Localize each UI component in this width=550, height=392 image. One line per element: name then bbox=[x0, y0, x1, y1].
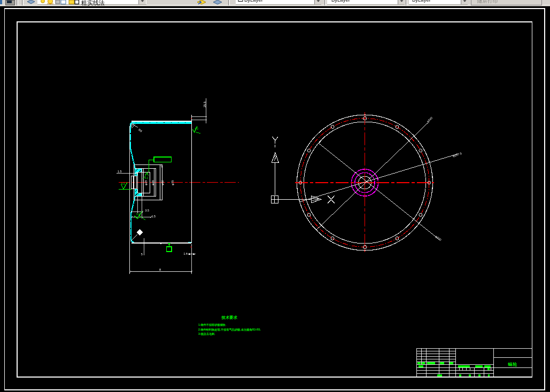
svg-text:1.5: 1.5 bbox=[118, 170, 122, 173]
svg-text:1.5: 1.5 bbox=[152, 215, 156, 218]
svg-text:φ6: φ6 bbox=[160, 164, 163, 168]
svg-text:2.铸件经时效处理.不得有气孔砂眼.未注圆角R3-R5.: 2.铸件经时效处理.不得有气孔砂眼.未注圆角R3-R5. bbox=[198, 328, 261, 332]
svg-text:φ25: φ25 bbox=[144, 181, 148, 185]
svg-text:技术要求: 技术要求 bbox=[221, 315, 238, 320]
svg-text:3.5: 3.5 bbox=[145, 209, 149, 212]
svg-text:6.3: 6.3 bbox=[195, 128, 199, 130]
svg-text:φ62: φ62 bbox=[161, 181, 164, 185]
svg-text:3.2: 3.2 bbox=[145, 177, 149, 179]
svg-text:8: 8 bbox=[159, 268, 161, 271]
svg-text:1.4: 1.4 bbox=[184, 252, 188, 255]
svg-text:φ35: φ35 bbox=[151, 181, 154, 185]
svg-text:蜗轮: 蜗轮 bbox=[508, 362, 518, 367]
svg-text:6.3: 6.3 bbox=[121, 183, 125, 185]
svg-text:φ75: φ75 bbox=[171, 181, 174, 185]
svg-text:3.锐边去毛刺.: 3.锐边去毛刺. bbox=[198, 332, 215, 336]
svg-text:5: 5 bbox=[141, 253, 143, 256]
svg-text:1.铸件不得有砂眼裂纹.: 1.铸件不得有砂眼裂纹. bbox=[198, 323, 227, 327]
svg-text:25.5: 25.5 bbox=[203, 101, 206, 107]
